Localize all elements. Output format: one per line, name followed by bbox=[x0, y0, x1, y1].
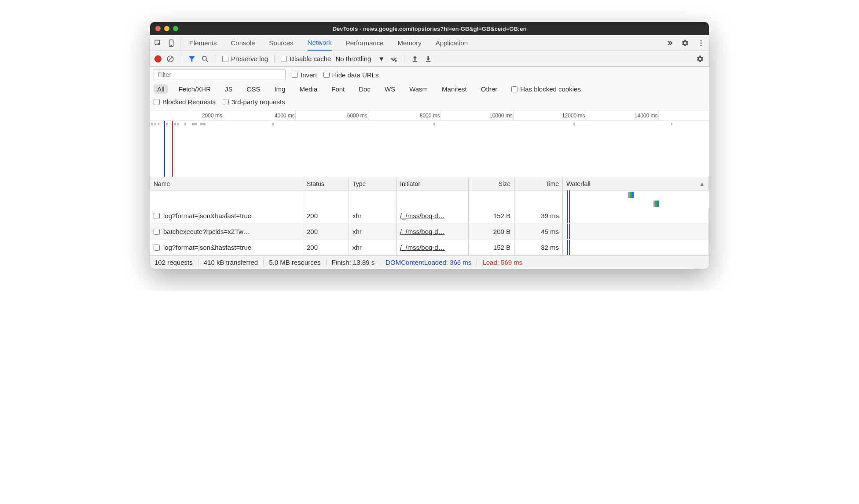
request-size: 152 B bbox=[469, 240, 514, 255]
request-time: 32 ms bbox=[514, 240, 563, 255]
minimize-window-button[interactable] bbox=[164, 26, 169, 31]
table-row[interactable]: log?format=json&hasfast=true200xhr/_/mss… bbox=[150, 208, 709, 224]
col-type[interactable]: Type bbox=[349, 177, 396, 190]
inspect-element-icon[interactable] bbox=[154, 39, 162, 47]
upload-har-icon[interactable] bbox=[411, 55, 419, 63]
download-har-icon[interactable] bbox=[424, 55, 433, 63]
svg-point-8 bbox=[202, 56, 206, 60]
row-checkbox[interactable] bbox=[154, 213, 160, 219]
chevron-down-icon: ▼ bbox=[378, 55, 385, 62]
preserve-log-checkbox[interactable]: Preserve log bbox=[222, 55, 268, 62]
filter-type-doc[interactable]: Doc bbox=[355, 84, 374, 94]
request-waterfall bbox=[563, 240, 709, 255]
table-row[interactable]: log?format=json&hasfast=true200xhr/_/mss… bbox=[150, 240, 709, 256]
tab-application[interactable]: Application bbox=[436, 35, 468, 51]
col-waterfall[interactable]: Waterfall ▲ bbox=[563, 177, 709, 190]
search-icon[interactable] bbox=[201, 55, 209, 63]
col-status[interactable]: Status bbox=[303, 177, 349, 190]
svg-point-3 bbox=[701, 40, 702, 41]
svg-point-10 bbox=[395, 60, 397, 62]
record-button[interactable] bbox=[154, 55, 162, 62]
third-party-label: 3rd-party requests bbox=[231, 98, 285, 106]
tab-console[interactable]: Console bbox=[231, 35, 255, 51]
col-initiator[interactable]: Initiator bbox=[396, 177, 469, 190]
throttling-value: No throttling bbox=[335, 55, 371, 62]
filter-type-other[interactable]: Other bbox=[477, 84, 501, 94]
timeline-tick: 10000 ms bbox=[513, 110, 515, 121]
settings-gear-icon[interactable] bbox=[681, 39, 690, 47]
panel-tabs-bar: ElementsConsoleSourcesNetworkPerformance… bbox=[150, 35, 709, 51]
table-row bbox=[150, 190, 709, 208]
table-header: Name Status Type Initiator Size Time Wat… bbox=[150, 177, 709, 190]
hide-data-urls-checkbox[interactable]: Hide data URLs bbox=[323, 71, 379, 79]
status-requests: 102 requests bbox=[154, 259, 198, 266]
col-time[interactable]: Time bbox=[514, 177, 563, 190]
filter-type-media[interactable]: Media bbox=[296, 84, 321, 94]
tab-network[interactable]: Network bbox=[308, 35, 332, 51]
svg-line-7 bbox=[169, 57, 173, 61]
status-dcl: DOMContentLoaded: 366 ms bbox=[380, 259, 477, 266]
timeline-tick: 12000 ms bbox=[586, 110, 588, 121]
maximize-window-button[interactable] bbox=[173, 26, 178, 31]
clear-icon[interactable] bbox=[166, 55, 175, 63]
filter-type-css[interactable]: CSS bbox=[243, 84, 264, 94]
col-size[interactable]: Size bbox=[469, 177, 514, 190]
filter-type-font[interactable]: Font bbox=[328, 84, 348, 94]
filter-type-js[interactable]: JS bbox=[221, 84, 236, 94]
disable-cache-label: Disable cache bbox=[290, 55, 331, 62]
filter-type-ws[interactable]: WS bbox=[381, 84, 399, 94]
request-waterfall bbox=[563, 208, 709, 223]
timeline-tick: 4000 ms bbox=[295, 110, 297, 121]
throttling-dropdown[interactable]: No throttling ▼ bbox=[335, 55, 385, 62]
request-initiator[interactable]: /_/mss/boq-d… bbox=[400, 228, 445, 235]
request-time: 45 ms bbox=[514, 224, 563, 239]
request-type: xhr bbox=[349, 240, 396, 255]
tab-performance[interactable]: Performance bbox=[346, 35, 384, 51]
timeline-tick: 2000 ms bbox=[223, 110, 225, 121]
filter-input[interactable] bbox=[154, 69, 286, 80]
devtools-window: DevTools - news.google.com/topstories?hl… bbox=[150, 22, 709, 269]
tab-sources[interactable]: Sources bbox=[269, 35, 294, 51]
timeline-overview[interactable]: 2000 ms4000 ms6000 ms8000 ms10000 ms1200… bbox=[150, 110, 709, 177]
close-window-button[interactable] bbox=[155, 26, 161, 31]
kebab-menu-icon[interactable] bbox=[697, 39, 705, 47]
has-blocked-cookies-checkbox[interactable]: Has blocked cookies bbox=[511, 85, 581, 93]
more-tabs-icon[interactable] bbox=[665, 39, 674, 47]
invert-checkbox[interactable]: Invert bbox=[292, 71, 317, 79]
network-settings-gear-icon[interactable] bbox=[696, 55, 705, 63]
hide-data-urls-label: Hide data URLs bbox=[332, 71, 379, 79]
row-checkbox[interactable] bbox=[154, 245, 160, 251]
filter-funnel-icon[interactable] bbox=[187, 55, 196, 63]
table-row[interactable]: batchexecute?rpcids=xZTw…200xhr/_/mss/bo… bbox=[150, 224, 709, 240]
filter-type-img[interactable]: Img bbox=[271, 84, 289, 94]
network-toolbar: Preserve log Disable cache No throttling… bbox=[150, 51, 709, 67]
blocked-requests-checkbox[interactable]: Blocked Requests bbox=[154, 98, 216, 106]
filter-type-all[interactable]: All bbox=[154, 84, 168, 94]
network-conditions-icon[interactable] bbox=[389, 55, 398, 63]
col-name[interactable]: Name bbox=[150, 177, 303, 190]
disable-cache-checkbox[interactable]: Disable cache bbox=[281, 55, 331, 62]
filter-type-fetchxhr[interactable]: Fetch/XHR bbox=[175, 84, 214, 94]
blocked-requests-label: Blocked Requests bbox=[162, 98, 216, 106]
row-checkbox[interactable] bbox=[154, 229, 160, 235]
svg-point-5 bbox=[701, 44, 702, 46]
request-time: 39 ms bbox=[514, 208, 563, 223]
status-bar: 102 requests 410 kB transferred 5.0 MB r… bbox=[150, 256, 709, 269]
request-waterfall bbox=[563, 224, 709, 239]
filter-type-manifest[interactable]: Manifest bbox=[438, 84, 470, 94]
request-name: log?format=json&hasfast=true bbox=[163, 244, 251, 251]
request-initiator[interactable]: /_/mss/boq-d… bbox=[400, 244, 445, 251]
device-toolbar-icon[interactable] bbox=[167, 39, 176, 47]
tab-elements[interactable]: Elements bbox=[189, 35, 217, 51]
tab-memory[interactable]: Memory bbox=[398, 35, 422, 51]
timeline-tick: 8000 ms bbox=[441, 110, 443, 121]
titlebar: DevTools - news.google.com/topstories?hl… bbox=[150, 22, 709, 35]
sort-indicator-icon: ▲ bbox=[699, 180, 705, 187]
request-status: 200 bbox=[303, 208, 349, 223]
request-status: 200 bbox=[303, 240, 349, 255]
request-initiator[interactable]: /_/mss/boq-d… bbox=[400, 212, 445, 219]
svg-rect-12 bbox=[426, 61, 431, 62]
request-size: 152 B bbox=[469, 208, 514, 223]
filter-type-wasm[interactable]: Wasm bbox=[406, 84, 431, 94]
third-party-checkbox[interactable]: 3rd-party requests bbox=[223, 98, 285, 106]
